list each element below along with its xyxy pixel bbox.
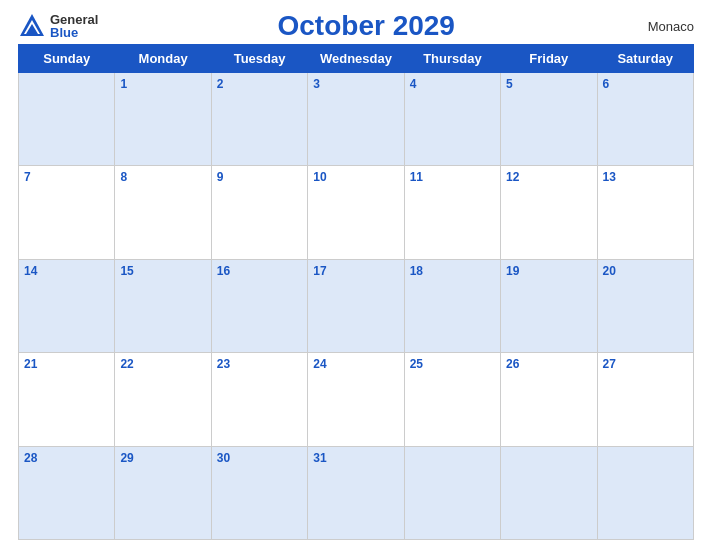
week-row-1: 123456 [19, 73, 694, 166]
day-number: 27 [603, 357, 616, 371]
calendar-cell: 21 [19, 353, 115, 446]
week-row-4: 21222324252627 [19, 353, 694, 446]
day-number: 22 [120, 357, 133, 371]
calendar-cell: 6 [597, 73, 693, 166]
calendar-cell: 28 [19, 446, 115, 539]
calendar-cell: 4 [404, 73, 500, 166]
day-number: 5 [506, 77, 513, 91]
day-number: 1 [120, 77, 127, 91]
day-header-wednesday: Wednesday [308, 45, 404, 73]
top-bar: General Blue October 2029 Monaco [18, 10, 694, 42]
calendar-cell: 5 [501, 73, 597, 166]
calendar-cell: 11 [404, 166, 500, 259]
day-header-monday: Monday [115, 45, 211, 73]
calendar-cell: 17 [308, 259, 404, 352]
day-number: 21 [24, 357, 37, 371]
day-number: 4 [410, 77, 417, 91]
week-row-3: 14151617181920 [19, 259, 694, 352]
calendar-cell: 27 [597, 353, 693, 446]
day-number: 31 [313, 451, 326, 465]
calendar-cell: 18 [404, 259, 500, 352]
calendar-cell [404, 446, 500, 539]
day-number: 16 [217, 264, 230, 278]
day-number: 2 [217, 77, 224, 91]
calendar-cell: 31 [308, 446, 404, 539]
day-number: 25 [410, 357, 423, 371]
calendar-cell: 26 [501, 353, 597, 446]
calendar-cell: 20 [597, 259, 693, 352]
calendar-cell: 23 [211, 353, 307, 446]
day-number: 6 [603, 77, 610, 91]
day-header-friday: Friday [501, 45, 597, 73]
day-number: 7 [24, 170, 31, 184]
calendar-cell: 1 [115, 73, 211, 166]
day-number: 30 [217, 451, 230, 465]
calendar-cell: 29 [115, 446, 211, 539]
logo-area: General Blue [18, 12, 98, 40]
week-row-5: 28293031 [19, 446, 694, 539]
day-number: 13 [603, 170, 616, 184]
calendar-cell: 16 [211, 259, 307, 352]
calendar-title: October 2029 [98, 10, 634, 42]
day-number: 23 [217, 357, 230, 371]
week-row-2: 78910111213 [19, 166, 694, 259]
day-number: 8 [120, 170, 127, 184]
calendar-cell: 15 [115, 259, 211, 352]
day-number: 29 [120, 451, 133, 465]
day-header-saturday: Saturday [597, 45, 693, 73]
day-number: 24 [313, 357, 326, 371]
calendar-cell: 12 [501, 166, 597, 259]
calendar-table: SundayMondayTuesdayWednesdayThursdayFrid… [18, 44, 694, 540]
day-number: 17 [313, 264, 326, 278]
day-number: 11 [410, 170, 423, 184]
day-number: 20 [603, 264, 616, 278]
calendar-cell: 7 [19, 166, 115, 259]
calendar-cell: 3 [308, 73, 404, 166]
calendar-cell [597, 446, 693, 539]
day-number: 9 [217, 170, 224, 184]
calendar-cell [19, 73, 115, 166]
calendar-cell: 19 [501, 259, 597, 352]
day-header-tuesday: Tuesday [211, 45, 307, 73]
day-header-thursday: Thursday [404, 45, 500, 73]
day-number: 19 [506, 264, 519, 278]
calendar-cell: 2 [211, 73, 307, 166]
calendar-cell: 24 [308, 353, 404, 446]
country-label: Monaco [634, 19, 694, 34]
day-number: 26 [506, 357, 519, 371]
calendar-cell: 13 [597, 166, 693, 259]
day-number: 3 [313, 77, 320, 91]
calendar-cell [501, 446, 597, 539]
calendar-cell: 25 [404, 353, 500, 446]
calendar-cell: 22 [115, 353, 211, 446]
logo-blue-text: Blue [50, 26, 98, 39]
calendar-cell: 9 [211, 166, 307, 259]
day-header-sunday: Sunday [19, 45, 115, 73]
day-number: 14 [24, 264, 37, 278]
calendar-cell: 14 [19, 259, 115, 352]
day-number: 12 [506, 170, 519, 184]
logo-icon [18, 12, 46, 40]
header-row: SundayMondayTuesdayWednesdayThursdayFrid… [19, 45, 694, 73]
day-number: 18 [410, 264, 423, 278]
logo-text: General Blue [50, 13, 98, 39]
day-number: 28 [24, 451, 37, 465]
calendar-cell: 10 [308, 166, 404, 259]
calendar-cell: 30 [211, 446, 307, 539]
calendar-cell: 8 [115, 166, 211, 259]
day-number: 15 [120, 264, 133, 278]
day-number: 10 [313, 170, 326, 184]
